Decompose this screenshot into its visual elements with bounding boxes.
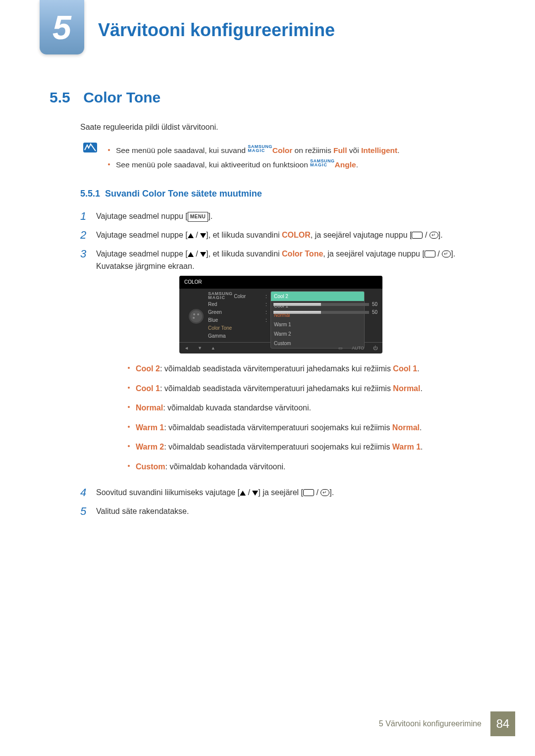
page-footer: 5 Värvitooni konfigureerimine 84 (379, 711, 515, 736)
svg-point-3 (193, 317, 195, 319)
step: 4 Soovitud suvandini liikumiseks vajutag… (80, 486, 466, 499)
up-arrow-icon (188, 233, 194, 238)
enter-icon (303, 489, 314, 496)
samsung-magic-logo: SAMSUNGMAGIC (208, 292, 233, 300)
step-number: 4 (80, 486, 96, 499)
step: 5 Valitud säte rakendatakse. (80, 505, 466, 518)
up-arrow-icon (240, 491, 246, 496)
dropdown-item: Cool 2 (271, 292, 364, 301)
text: See menüü pole saadaval, kui aktiveeritu… (116, 160, 310, 169)
list-item: Warm 2: võimaldab seadistada värvitemper… (128, 441, 466, 454)
note-icon (83, 143, 97, 152)
content: 5.5 Color Tone Saate reguleerida pildi ü… (0, 89, 535, 518)
section-number: 5.5 (50, 89, 70, 106)
svg-point-0 (190, 310, 202, 322)
osd-values: :Off :50 :50 : Cool 2 Cool 1 Normal Warm… (263, 293, 377, 340)
option-descriptions: Cool 2: võimaldab seadistada värvitemper… (128, 362, 466, 473)
text: See menüü pole saadaval, kui suvand (116, 146, 248, 154)
chapter-number: 5 (53, 8, 71, 47)
text: on režiimis (292, 146, 333, 154)
note-block: See menüü pole saadaval, kui suvand SAMS… (83, 142, 466, 174)
note-list: See menüü pole saadaval, kui suvand SAMS… (108, 142, 466, 174)
step-number: 1 (80, 210, 96, 223)
slider (273, 303, 369, 306)
text: Intelligent (361, 146, 397, 154)
source-icon (442, 251, 451, 257)
note-item: See menüü pole saadaval, kui aktiveeritu… (108, 159, 466, 170)
list-item: Custom: võimaldab kohandada värvitooni. (128, 460, 466, 473)
step: 2 Vajutage seadmel nuppe [ / ], et liiku… (80, 229, 466, 242)
up-arrow-icon (188, 252, 194, 257)
svg-point-2 (197, 313, 199, 315)
section-title: Color Tone (83, 89, 160, 106)
svg-point-1 (193, 313, 195, 315)
auto-label: AUTO (352, 345, 364, 352)
page-number: 84 (490, 711, 515, 736)
list-item: Normal: võimaldab kuvada standardse värv… (128, 402, 466, 414)
osd-labels: SAMSUNGMAGIC Color Red Green Blue Color … (208, 293, 263, 340)
osd-title: COLOR (179, 276, 382, 289)
step-text: Vajutage seadmel nuppe [ / ], et liikuda… (96, 229, 466, 242)
text: või (347, 146, 361, 154)
dropdown-item: Warm 1 (271, 320, 364, 329)
down-arrow-icon (200, 233, 206, 238)
osd-icon-col (184, 293, 208, 340)
page-header: 5 Värvitooni konfigureerimine (0, 0, 535, 59)
step-number: 3 (80, 248, 96, 480)
step-number: 5 (80, 505, 96, 518)
down-arrow-icon (252, 491, 258, 496)
subsection-number: 5.5.1 (80, 189, 100, 199)
power-icon: ⏻ (373, 345, 377, 352)
step-text: Vajutage seadmel nuppe [ / ], et liikuda… (96, 248, 466, 480)
menu-button-label: MENU (188, 212, 208, 222)
manual-page: 5 Värvitooni konfigureerimine 5.5 Color … (0, 0, 535, 756)
list-item: Warm 1: võimaldab seadistada värvitemper… (128, 421, 466, 434)
source-icon (321, 489, 329, 496)
dropdown-item: Warm 2 (271, 329, 364, 339)
step-number: 2 (80, 229, 96, 242)
step-text: Vajutage seadmel nuppu [MENU]. (96, 210, 466, 223)
enter-icon (412, 232, 423, 239)
chapter-title: Värvitooni konfigureerimine (98, 20, 335, 41)
steps-list: 1 Vajutage seadmel nuppu [MENU]. 2 Vajut… (80, 210, 466, 518)
text: . (356, 160, 358, 169)
enter-icon: ▭ (338, 345, 343, 352)
section-heading: 5.5 Color Tone (50, 89, 466, 106)
samsung-magic-logo: SAMSUNGMAGIC (248, 145, 272, 152)
text: Full (333, 146, 347, 154)
left-icon: ◄ (184, 345, 189, 352)
osd-body: SAMSUNGMAGIC Color Red Green Blue Color … (179, 289, 382, 342)
slider (273, 311, 369, 314)
note-item: See menüü pole saadaval, kui suvand SAMS… (108, 145, 466, 156)
footer-text: 5 Värvitooni konfigureerimine (379, 719, 482, 728)
source-icon (429, 232, 438, 239)
text: . (397, 146, 399, 154)
section-intro: Saate reguleerida pildi üldist värvitoon… (80, 123, 466, 132)
text: Color (272, 146, 292, 154)
step-text: Valitud säte rakendatakse. (96, 505, 466, 518)
osd-screenshot: COLOR SAMSUNGMAGIC Color Red Green (179, 276, 382, 353)
list-item: Cool 1: võimaldab seadistada värvitemper… (128, 382, 466, 395)
chapter-badge: 5 (40, 0, 84, 54)
subsection-heading: 5.5.1 Suvandi Color Tone sätete muutmine (80, 189, 466, 199)
enter-icon (425, 251, 435, 257)
text: Angle (335, 160, 356, 169)
step: 3 Vajutage seadmel nuppe [ / ], et liiku… (80, 248, 466, 480)
down-arrow-icon (200, 252, 206, 257)
samsung-magic-logo: SAMSUNGMAGIC (310, 159, 335, 167)
step: 1 Vajutage seadmel nuppu [MENU]. (80, 210, 466, 223)
down-icon: ▼ (198, 345, 202, 352)
subsection-title: Suvandi Color Tone sätete muutmine (105, 189, 262, 199)
palette-icon (189, 309, 204, 324)
osd-dropdown: Cool 2 Cool 1 Normal Warm 1 Warm 2 Custo… (270, 291, 365, 349)
list-item: Cool 2: võimaldab seadistada värvitemper… (128, 362, 466, 375)
step-text: Soovitud suvandini liikumiseks vajutage … (96, 486, 466, 499)
up-icon: ▲ (211, 345, 215, 352)
